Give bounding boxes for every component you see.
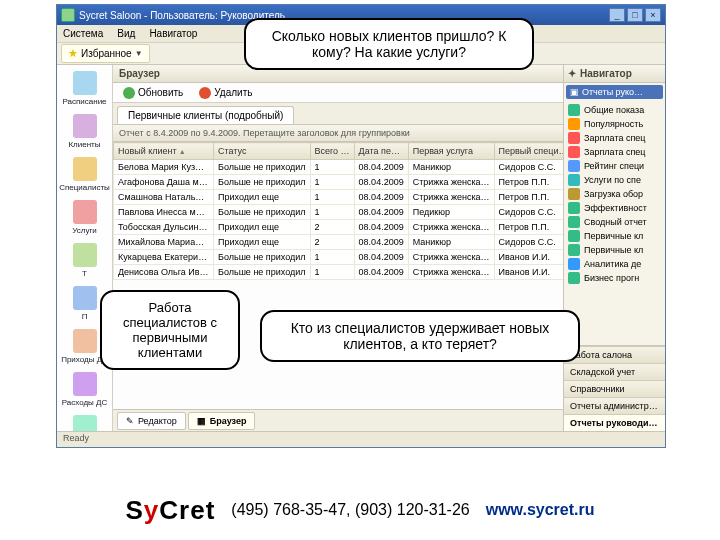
menu-navigator[interactable]: Навигатор bbox=[149, 28, 197, 39]
doc-icon bbox=[73, 286, 97, 310]
report-icon bbox=[568, 272, 580, 284]
report-list: Общие показаПопулярностьЗарплата спецЗар… bbox=[564, 101, 665, 345]
active-report-group[interactable]: ▣Отчеты руко… bbox=[566, 85, 663, 99]
nav-clients[interactable]: Клиенты bbox=[59, 112, 111, 153]
logo: SyCret bbox=[126, 495, 216, 526]
col-service[interactable]: Первая услуга bbox=[408, 143, 494, 160]
report-item[interactable]: Общие показа bbox=[564, 103, 665, 117]
app-icon bbox=[61, 8, 75, 22]
expense-icon bbox=[73, 372, 97, 396]
report-icon bbox=[568, 146, 580, 158]
star-icon: ★ bbox=[68, 47, 78, 60]
cell: Петров П.П. bbox=[494, 175, 563, 190]
nav-item-t[interactable]: Т bbox=[59, 241, 111, 282]
services-icon bbox=[73, 200, 97, 224]
report-item[interactable]: Услуги по спе bbox=[564, 173, 665, 187]
cell: Стрижка женска… bbox=[408, 265, 494, 280]
section-admin-reports[interactable]: Отчеты администр… bbox=[564, 397, 665, 414]
tab-browser[interactable]: ▦Браузер bbox=[188, 412, 256, 430]
report-icon bbox=[568, 202, 580, 214]
cell: Павлова Инесса моб. дом. bbox=[114, 205, 214, 220]
close-button[interactable]: × bbox=[645, 8, 661, 22]
col-specialist[interactable]: Первый специ… bbox=[494, 143, 563, 160]
menu-system[interactable]: Система bbox=[63, 28, 103, 39]
center-pane: Браузер Обновить Удалить Первичные клиен… bbox=[113, 65, 563, 431]
report-item[interactable]: Эффективност bbox=[564, 201, 665, 215]
section-manager-reports[interactable]: Отчеты руководите… bbox=[564, 414, 665, 431]
col-status[interactable]: Статус bbox=[214, 143, 311, 160]
callout-right: Кто из специалистов удерживает новых кли… bbox=[260, 310, 580, 362]
section-refs[interactable]: Справочники bbox=[564, 380, 665, 397]
footer-url[interactable]: www.sycret.ru bbox=[486, 501, 595, 519]
report-item[interactable]: Бизнес прогн bbox=[564, 271, 665, 285]
table-row[interactable]: Кукарцева Екатерина моб. …Больше не прих… bbox=[114, 250, 564, 265]
delete-icon bbox=[199, 87, 211, 99]
report-item[interactable]: Загрузка обор bbox=[564, 187, 665, 201]
table-row[interactable]: Агафонова Даша моб. 8-903…Больше не прих… bbox=[114, 175, 564, 190]
col-total[interactable]: Всего … bbox=[310, 143, 354, 160]
cell: Больше не приходил bbox=[214, 265, 311, 280]
cell: 1 bbox=[310, 160, 354, 175]
delete-button[interactable]: Удалить bbox=[195, 85, 256, 101]
grid-header-row: Новый клиент▲ Статус Всего … Дата пе… Пе… bbox=[114, 143, 564, 160]
report-item[interactable]: Сводный отчет bbox=[564, 215, 665, 229]
cell: Стрижка женска… bbox=[408, 220, 494, 235]
report-icon bbox=[568, 230, 580, 242]
cell: 1 bbox=[310, 205, 354, 220]
cell: 08.04.2009 bbox=[354, 220, 408, 235]
table-row[interactable]: Тобосская Дульсинея моб. …Приходил еще20… bbox=[114, 220, 564, 235]
cell: Приходил еще bbox=[214, 235, 311, 250]
refresh-button[interactable]: Обновить bbox=[119, 85, 187, 101]
favorites-button[interactable]: ★ Избранное ▼ bbox=[61, 44, 150, 63]
col-date[interactable]: Дата пе… bbox=[354, 143, 408, 160]
favorites-label: Избранное bbox=[81, 48, 132, 59]
cell: 2 bbox=[310, 235, 354, 250]
report-item[interactable]: Зарплата спец bbox=[564, 131, 665, 145]
table-row[interactable]: Михайлова Марианна Дмитр…Приходил еще208… bbox=[114, 235, 564, 250]
cell: Сидоров С.С. bbox=[494, 160, 563, 175]
left-nav: Расписание Клиенты Специалисты Услуги Т … bbox=[57, 65, 113, 431]
nav-services[interactable]: Услуги bbox=[59, 198, 111, 239]
bottom-tabs: ✎Редактор ▦Браузер bbox=[113, 409, 563, 431]
cell: Больше не приходил bbox=[214, 160, 311, 175]
cell: Иванов И.И. bbox=[494, 250, 563, 265]
table-row[interactable]: Денисова Ольга Ивановна м…Больше не прих… bbox=[114, 265, 564, 280]
report-item[interactable]: Первичные кл bbox=[564, 243, 665, 257]
tab-primary-clients[interactable]: Первичные клиенты (подробный) bbox=[117, 106, 294, 124]
table-row[interactable]: Павлова Инесса моб. дом.Больше не приход… bbox=[114, 205, 564, 220]
section-stock[interactable]: Складской учет bbox=[564, 363, 665, 380]
cell: Белова Мария Кузминична м… bbox=[114, 160, 214, 175]
folder-icon: ▣ bbox=[570, 87, 579, 97]
report-icon bbox=[568, 244, 580, 256]
minimize-button[interactable]: _ bbox=[609, 8, 625, 22]
report-item[interactable]: Рейтинг специ bbox=[564, 159, 665, 173]
cell: Смашнова Наталья Алексан… bbox=[114, 190, 214, 205]
report-item[interactable]: Популярность bbox=[564, 117, 665, 131]
maximize-button[interactable]: □ bbox=[627, 8, 643, 22]
report-item[interactable]: Зарплата спец bbox=[564, 145, 665, 159]
nav-schedule[interactable]: Расписание bbox=[59, 69, 111, 110]
table-row[interactable]: Белова Мария Кузминична м…Больше не прих… bbox=[114, 160, 564, 175]
cell: 2 bbox=[310, 220, 354, 235]
cell: Стрижка женска… bbox=[408, 250, 494, 265]
cell: Маникюр bbox=[408, 235, 494, 250]
report-icon bbox=[568, 174, 580, 186]
cell: 08.04.2009 bbox=[354, 250, 408, 265]
nav-expense[interactable]: Расходы ДС bbox=[59, 370, 111, 411]
cell: Больше не приходил bbox=[214, 250, 311, 265]
book-icon bbox=[73, 243, 97, 267]
cell: Михайлова Марианна Дмитр… bbox=[114, 235, 214, 250]
report-item[interactable]: Аналитика де bbox=[564, 257, 665, 271]
tabstrip: Первичные клиенты (подробный) bbox=[113, 103, 563, 125]
report-icon bbox=[568, 160, 580, 172]
cell: Петров П.П. bbox=[494, 190, 563, 205]
col-client[interactable]: Новый клиент▲ bbox=[114, 143, 214, 160]
tab-editor[interactable]: ✎Редактор bbox=[117, 412, 186, 430]
cell: 08.04.2009 bbox=[354, 160, 408, 175]
cell: Сидоров С.С. bbox=[494, 235, 563, 250]
nav-specialists[interactable]: Специалисты bbox=[59, 155, 111, 196]
report-item[interactable]: Первичные кл bbox=[564, 229, 665, 243]
table-row[interactable]: Смашнова Наталья Алексан…Приходил еще108… bbox=[114, 190, 564, 205]
clients-icon bbox=[73, 114, 97, 138]
menu-view[interactable]: Вид bbox=[117, 28, 135, 39]
